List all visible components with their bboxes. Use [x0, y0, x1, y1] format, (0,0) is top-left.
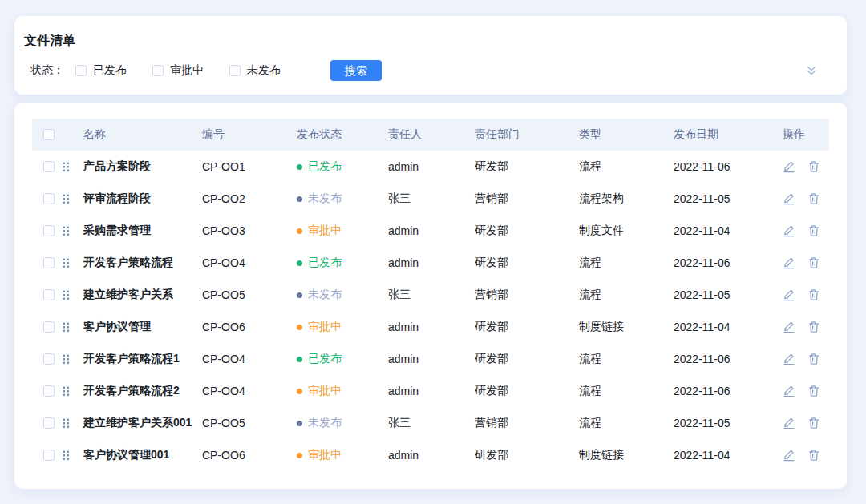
drag-handle-dots-icon[interactable]	[63, 258, 83, 268]
trash-icon[interactable]	[807, 224, 820, 237]
table-header-row: 名称 编号 发布状态 责任人 责任部门 类型 发布日期 操作	[32, 119, 829, 151]
row-actions	[783, 385, 829, 397]
file-code: CP-OO5	[202, 417, 297, 429]
department: 研发部	[475, 159, 579, 174]
filter-option-published[interactable]: 已发布	[75, 63, 127, 78]
pencil-edit-icon[interactable]	[783, 321, 795, 333]
department: 营销部	[475, 288, 579, 302]
owner: 张三	[388, 192, 475, 206]
table-row: 建立维护客户关系 CP-OO5 未发布 张三 营销部 流程 2022-11-05	[32, 279, 829, 311]
status-badge: 已发布	[297, 256, 388, 270]
trash-icon[interactable]	[807, 256, 820, 269]
file-code: CP-OO6	[202, 449, 297, 462]
trash-icon[interactable]	[807, 353, 820, 365]
pencil-edit-icon[interactable]	[783, 256, 795, 269]
trash-icon[interactable]	[807, 417, 820, 429]
owner: admin	[388, 385, 475, 397]
status-badge: 未发布	[297, 288, 388, 302]
row-actions	[783, 449, 829, 462]
row-checkbox[interactable]	[43, 193, 55, 204]
status-dot-icon	[297, 389, 302, 394]
department: 研发部	[475, 352, 579, 366]
row-checkbox[interactable]	[43, 161, 55, 172]
table-row: 开发客户策略流程1 CP-OO4 已发布 admin 研发部 流程 2022-1…	[32, 343, 829, 375]
status-label: 审批中	[308, 224, 342, 238]
status-badge: 已发布	[297, 352, 388, 366]
status-dot-icon	[297, 357, 302, 362]
row-checkbox[interactable]	[43, 450, 55, 461]
trash-icon[interactable]	[807, 385, 820, 397]
drag-handle-dots-icon[interactable]	[63, 450, 83, 461]
filter-option-pending[interactable]: 审批中	[152, 63, 204, 78]
drag-handle-dots-icon[interactable]	[63, 290, 83, 300]
status-dot-icon	[297, 260, 302, 266]
file-code: CP-OO6	[202, 321, 297, 333]
table-row: 开发客户策略流程2 CP-OO4 审批中 admin 研发部 流程 2022-1…	[32, 375, 829, 407]
pencil-edit-icon[interactable]	[783, 192, 795, 205]
file-name: 开发客户策略流程	[83, 256, 202, 270]
file-table-panel: 名称 编号 发布状态 责任人 责任部门 类型 发布日期 操作 产品方案阶段 CP…	[14, 103, 847, 489]
drag-handle-dots-icon[interactable]	[63, 226, 83, 236]
owner: admin	[388, 224, 475, 237]
col-header-status: 发布状态	[297, 127, 388, 142]
filter-option-unpublished[interactable]: 未发布	[229, 63, 281, 78]
trash-icon[interactable]	[807, 288, 820, 301]
pencil-edit-icon[interactable]	[783, 160, 795, 173]
drag-handle-dots-icon[interactable]	[63, 322, 83, 333]
trash-icon[interactable]	[807, 449, 820, 462]
table-row: 建立维护客户关系001 CP-OO5 未发布 张三 营销部 流程 2022-11…	[32, 407, 829, 439]
file-type: 流程	[579, 159, 674, 174]
file-name: 采购需求管理	[83, 224, 202, 238]
pencil-edit-icon[interactable]	[783, 224, 795, 237]
owner: 张三	[388, 288, 475, 302]
trash-icon[interactable]	[807, 160, 820, 173]
row-checkbox[interactable]	[43, 257, 55, 268]
double-chevron-down-icon[interactable]	[805, 64, 818, 77]
status-badge: 审批中	[297, 224, 388, 238]
file-type: 流程	[579, 384, 674, 398]
status-label: 审批中	[308, 448, 342, 462]
status-label: 审批中	[308, 320, 342, 334]
status-dot-icon	[297, 196, 302, 202]
row-checkbox[interactable]	[43, 289, 55, 300]
owner: admin	[388, 321, 475, 333]
pencil-edit-icon[interactable]	[783, 288, 795, 301]
unpublished-checkbox-label: 未发布	[247, 63, 281, 78]
pencil-edit-icon[interactable]	[783, 385, 795, 397]
unpublished-checkbox[interactable]	[229, 65, 241, 76]
trash-icon[interactable]	[807, 321, 820, 333]
drag-handle-dots-icon[interactable]	[63, 418, 83, 429]
drag-handle-dots-icon[interactable]	[63, 354, 83, 365]
department: 营销部	[475, 192, 579, 206]
pending-checkbox-label: 审批中	[170, 63, 204, 78]
pencil-edit-icon[interactable]	[783, 417, 795, 429]
row-checkbox[interactable]	[43, 353, 55, 365]
file-type: 制度文件	[579, 224, 674, 238]
row-actions	[783, 321, 829, 333]
pencil-edit-icon[interactable]	[783, 449, 795, 462]
drag-handle-dots-icon[interactable]	[63, 386, 83, 397]
row-checkbox[interactable]	[43, 321, 55, 333]
pending-checkbox[interactable]	[152, 65, 164, 76]
pencil-edit-icon[interactable]	[783, 353, 795, 365]
filter-row: 状态： 已发布 审批中 未发布 搜索	[30, 60, 824, 81]
filter-panel: 文件清单 状态： 已发布 审批中 未发布 搜索	[14, 16, 847, 95]
owner: admin	[388, 353, 475, 365]
select-all-checkbox[interactable]	[43, 129, 55, 140]
col-header-code: 编号	[202, 127, 297, 142]
published-checkbox[interactable]	[75, 65, 87, 76]
drag-handle-dots-icon[interactable]	[63, 162, 83, 172]
search-button[interactable]: 搜索	[330, 60, 382, 81]
status-dot-icon	[297, 421, 302, 426]
trash-icon[interactable]	[807, 192, 820, 205]
file-code: CP-OO5	[202, 288, 297, 301]
row-actions	[783, 417, 829, 429]
col-header-name: 名称	[83, 127, 202, 142]
row-checkbox[interactable]	[43, 225, 55, 236]
department: 研发部	[475, 256, 579, 270]
drag-handle-dots-icon[interactable]	[63, 194, 83, 204]
file-name: 开发客户策略流程2	[83, 384, 202, 398]
row-actions	[783, 353, 829, 365]
row-checkbox[interactable]	[43, 417, 55, 429]
row-checkbox[interactable]	[43, 385, 55, 397]
